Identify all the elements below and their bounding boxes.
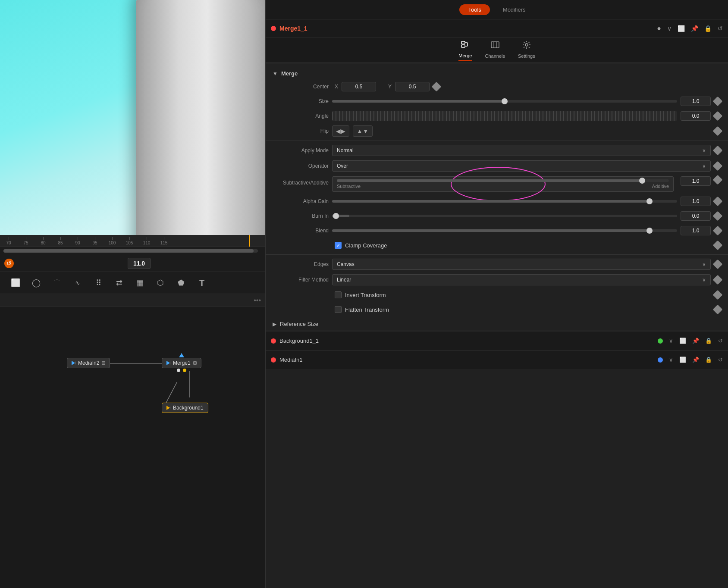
circle-icon[interactable]: ◯ [29, 276, 43, 290]
tool-row-background1: Background1_1 ∨ ⬜ 📌 🔒 ↺ [266, 331, 728, 350]
apply-mode-keyframe-button[interactable] [713, 146, 723, 156]
background1-name: Background1_1 [279, 338, 319, 344]
apply-mode-chevron-icon: ∨ [702, 147, 706, 153]
blend-input[interactable] [681, 226, 711, 235]
mediain1-window-icon[interactable]: ⬜ [679, 357, 686, 363]
burn-in-slider[interactable] [332, 215, 677, 217]
mediain1-pin-icon[interactable]: 📌 [692, 357, 699, 363]
modifiers-tab[interactable]: Modifiers [494, 4, 534, 15]
node-background1[interactable]: Background1 [162, 403, 208, 413]
blend-keyframe-button[interactable] [713, 226, 723, 236]
chevron-down-icon[interactable]: ∨ [667, 25, 672, 32]
subadditive-slider[interactable] [337, 179, 669, 182]
transform-icon[interactable]: ⇄ [112, 276, 126, 290]
reference-size-section[interactable]: ▶ Reference Size [266, 317, 728, 331]
node-graph-menu[interactable]: ••• [254, 297, 261, 304]
tab-settings[interactable]: Settings [518, 40, 535, 60]
apply-mode-dropdown[interactable]: Normal ∨ [332, 145, 711, 156]
operator-keyframe-button[interactable] [713, 161, 723, 171]
prop-row-apply-mode: Apply Mode Normal ∨ [266, 143, 728, 158]
center-x-input[interactable] [342, 82, 376, 91]
angle-slider[interactable] [332, 111, 677, 121]
edges-dropdown[interactable]: Canvas ∨ [332, 259, 711, 270]
scrollbar-track[interactable] [3, 249, 258, 253]
prop-row-flatten-transform: Flatten Transform [266, 302, 728, 317]
dots-scatter-icon[interactable]: ⠿ [91, 276, 105, 290]
node-dot-yellow [183, 369, 186, 372]
ruler-mark: 70 [0, 237, 17, 245]
tab-channels[interactable]: Channels [485, 40, 505, 60]
prop-row-edges: Edges Canvas ∨ [266, 256, 728, 272]
flip-vertical-button[interactable]: ▲▼ [353, 125, 373, 137]
pin-icon[interactable]: 📌 [691, 25, 698, 32]
scrollbar-thumb[interactable] [3, 249, 254, 253]
left-panel: 70 75 80 85 90 95 [0, 0, 265, 588]
ruler-mark: 110 [138, 237, 155, 245]
invert-transform-checkbox[interactable] [335, 291, 342, 298]
wave-icon[interactable]: ∿ [71, 276, 85, 290]
ruler-mark: 75 [17, 237, 35, 245]
tools-tab[interactable]: Tools [459, 4, 490, 15]
tool-header-icons: ● ∨ ⬜ 📌 🔒 ↺ [657, 25, 723, 32]
timeline-scrollbar[interactable] [0, 247, 265, 255]
toolbar-row: ⬜ ◯ ⌒ ∿ ⠿ ⇄ ▦ ⬡ ⬟ T [0, 272, 265, 294]
shape-icon[interactable]: ⬡ [154, 276, 167, 290]
node-merge1[interactable]: Merge1 [162, 358, 201, 368]
tab-merge[interactable]: Merge [458, 40, 472, 61]
text-icon[interactable]: T [195, 276, 209, 290]
undo-button[interactable]: ↺ [4, 259, 14, 268]
tool-active-dot [271, 26, 276, 31]
mask-icon[interactable]: ▦ [133, 276, 147, 290]
flatten-transform-checkbox[interactable] [335, 306, 342, 313]
alpha-gain-keyframe-button[interactable] [713, 197, 723, 206]
edges-keyframe-button[interactable] [713, 260, 723, 269]
flip-horizontal-button[interactable]: ◀▶ [332, 125, 349, 137]
ruler-mark: 105 [121, 237, 138, 245]
mediain1-name: MediaIn1 [279, 357, 302, 363]
burn-in-keyframe-button[interactable] [713, 211, 723, 221]
size-input[interactable] [681, 97, 711, 106]
center-keyframe-button[interactable] [432, 82, 442, 92]
background1-lock-icon[interactable]: 🔒 [705, 338, 712, 344]
clamp-coverage-checkbox[interactable]: ✓ [335, 242, 342, 249]
mediain1-lock-icon[interactable]: 🔒 [705, 357, 712, 363]
background1-reset-icon[interactable]: ↺ [718, 338, 723, 344]
merge-icon [461, 40, 470, 51]
mediain1-reset-icon[interactable]: ↺ [718, 357, 723, 363]
clamp-coverage-keyframe-button[interactable] [713, 241, 723, 250]
path-icon[interactable]: ⌒ [50, 276, 64, 290]
node-graph-canvas[interactable]: MediaIn2 Merge1 B [0, 307, 265, 588]
svg-rect-3 [461, 41, 465, 44]
operator-dropdown[interactable]: Over ∨ [332, 160, 711, 172]
background1-chevron-icon[interactable]: ∨ [669, 338, 673, 344]
subadditive-input[interactable] [681, 176, 711, 186]
section-header-merge[interactable]: ▼ Merge [266, 68, 728, 79]
background1-pin-icon[interactable]: 📌 [692, 338, 699, 344]
select-icon[interactable]: ⬜ [9, 276, 22, 290]
alpha-gain-input[interactable] [681, 197, 711, 206]
shape2-icon[interactable]: ⬟ [174, 276, 188, 290]
lock-icon[interactable]: 🔒 [704, 25, 712, 32]
size-keyframe-button[interactable] [713, 97, 723, 106]
window-icon[interactable]: ⬜ [678, 25, 685, 32]
node-mediain2[interactable]: MediaIn2 [67, 358, 110, 368]
angle-input[interactable] [681, 111, 711, 121]
node-label: Background1 [173, 405, 204, 411]
mediain1-chevron-icon[interactable]: ∨ [669, 357, 673, 363]
center-y-input[interactable] [395, 82, 430, 91]
background1-window-icon[interactable]: ⬜ [679, 338, 686, 344]
filter-method-dropdown[interactable]: Linear ∨ [332, 274, 711, 285]
timecode-display[interactable]: 11.0 [128, 258, 151, 269]
flatten-transform-keyframe-button[interactable] [713, 305, 723, 315]
filter-method-keyframe-button[interactable] [713, 275, 723, 285]
alpha-gain-slider[interactable] [332, 200, 677, 203]
angle-keyframe-button[interactable] [713, 111, 723, 121]
subadditive-keyframe-button[interactable] [713, 175, 723, 185]
reset-icon[interactable]: ↺ [718, 25, 723, 32]
invert-transform-keyframe-button[interactable] [713, 290, 723, 300]
separator [266, 141, 728, 141]
size-slider[interactable] [332, 100, 677, 103]
flip-keyframe-button[interactable] [713, 126, 723, 136]
burn-in-input[interactable] [681, 211, 711, 221]
blend-slider[interactable] [332, 229, 677, 232]
